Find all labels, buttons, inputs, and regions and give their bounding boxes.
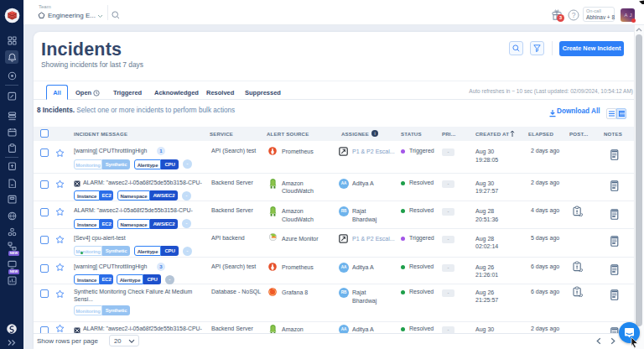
svg-text:?: ?	[572, 11, 576, 19]
